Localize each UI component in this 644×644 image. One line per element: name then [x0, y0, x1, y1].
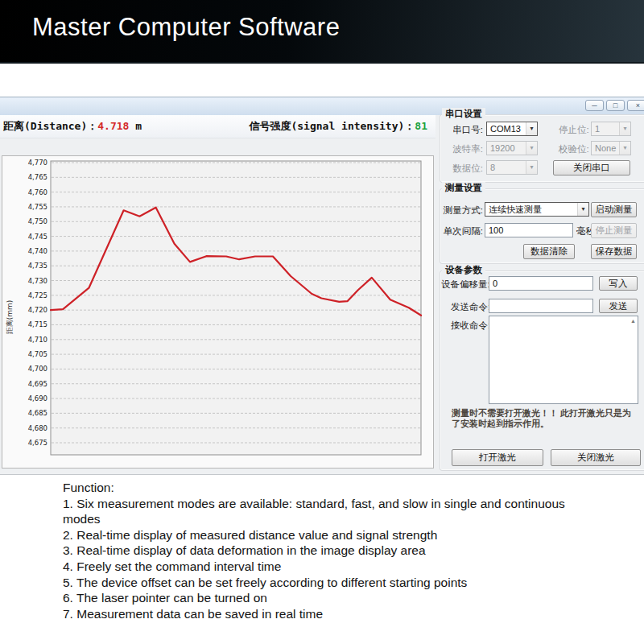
distance-unit: m	[135, 120, 142, 132]
serial-settings-title: 串口设置	[442, 108, 485, 120]
svg-text:4,720: 4,720	[28, 306, 47, 314]
baud-rate-select: 19200 ▾	[486, 141, 538, 155]
function-item: 2. Real-time display of measured distanc…	[63, 527, 604, 543]
minimize-button[interactable]: ─	[585, 100, 604, 111]
svg-text:4,690: 4,690	[28, 394, 47, 402]
page: Master Computer Software ─ □ × 距离(Distan…	[0, 0, 644, 644]
svg-text:4,770: 4,770	[28, 159, 47, 167]
laser-off-button[interactable]: 关闭激光	[551, 449, 641, 466]
svg-text:4,705: 4,705	[28, 350, 47, 358]
svg-text:4,735: 4,735	[28, 262, 47, 270]
svg-text:4,695: 4,695	[28, 380, 47, 388]
svg-text:4,745: 4,745	[28, 233, 47, 241]
chevron-down-icon: ▾	[526, 161, 537, 174]
svg-text:4,685: 4,685	[28, 409, 47, 417]
maximize-icon: □	[613, 101, 617, 109]
parity-bit-value: None	[592, 143, 619, 153]
com-port-label: 串口号:	[448, 124, 483, 136]
interval-label: 单次间隔:	[443, 225, 483, 237]
svg-text:4,710: 4,710	[28, 336, 47, 344]
function-item: 6. The laser pointer can be turned on	[63, 590, 604, 606]
signal-value: 81	[415, 120, 427, 132]
device-offset-input[interactable]	[489, 276, 593, 291]
stop-bit-label: 停止位:	[559, 124, 588, 136]
function-item: 4. Freely set the command interval time	[63, 559, 604, 575]
close-icon: ×	[636, 101, 640, 109]
measure-mode-label: 测量方式:	[443, 204, 483, 217]
function-item: 3. Real-time display of data deformation…	[63, 543, 604, 559]
laser-on-button[interactable]: 打开激光	[452, 449, 543, 466]
measure-mode-value: 连续快速测量	[485, 204, 577, 216]
signal-label: 信号强度(signal intensity)：	[249, 120, 415, 132]
close-button[interactable]: ×	[627, 100, 644, 111]
write-offset-button[interactable]: 写入	[599, 276, 638, 291]
measure-mode-select[interactable]: 连续快速测量 ▾	[485, 202, 589, 217]
device-params-title: 设备参数	[442, 264, 485, 276]
svg-text:4,680: 4,680	[28, 424, 47, 432]
minimize-icon: ─	[592, 101, 597, 109]
distance-line-chart: 4,7704,7654,7604,7554,7504,7454,7404,735…	[2, 156, 433, 468]
receive-command-label: 接收命令:	[451, 320, 486, 332]
svg-text:4,715: 4,715	[28, 320, 47, 328]
stop-bit-select: 1 ▾	[591, 122, 631, 136]
function-heading: Function:	[63, 480, 604, 496]
send-command-label: 发送命令:	[451, 301, 486, 313]
distance-label: 距离(Distance)：	[3, 120, 97, 132]
receive-command-textarea[interactable]: ▲	[489, 316, 638, 404]
stop-measure-button: 停止测量	[591, 223, 637, 238]
parity-bit-label: 校验位:	[559, 143, 588, 155]
function-item: 1. Six measurement modes are available: …	[63, 496, 604, 527]
svg-text:4,730: 4,730	[28, 277, 47, 285]
data-bit-select: 8 ▾	[486, 160, 538, 175]
maximize-button[interactable]: □	[606, 100, 625, 111]
svg-text:4,725: 4,725	[28, 291, 47, 299]
interval-input[interactable]	[485, 223, 573, 237]
chevron-down-icon: ▾	[526, 122, 537, 135]
chevron-down-icon: ▾	[577, 203, 588, 216]
chevron-down-icon: ▾	[619, 122, 630, 135]
svg-text:4,740: 4,740	[28, 247, 47, 255]
scroll-up-icon[interactable]: ▲	[630, 318, 636, 324]
com-port-value: COM13	[487, 124, 526, 134]
distance-readout: 距离(Distance)：4.718 m	[3, 119, 142, 134]
distance-chart-panel: 4,7704,7654,7604,7554,7504,7454,7404,735…	[2, 155, 434, 469]
distance-value: 4.718	[97, 120, 129, 132]
stop-bit-value: 1	[592, 124, 619, 134]
svg-text:4,675: 4,675	[28, 439, 47, 447]
laser-note: 测量时不需要打开激光！！ 此打开激光只是为了安装时起到指示作用。	[452, 408, 640, 429]
chevron-down-icon: ▾	[619, 142, 630, 155]
chevron-down-icon: ▾	[526, 142, 537, 155]
data-bit-value: 8	[487, 163, 526, 172]
svg-text:4,750: 4,750	[28, 217, 47, 225]
svg-text:4,765: 4,765	[28, 173, 47, 181]
com-port-select[interactable]: COM13 ▾	[486, 122, 538, 136]
baud-rate-label: 波特率:	[448, 143, 483, 155]
svg-text:4,760: 4,760	[28, 188, 47, 196]
function-list: Function: 1. Six measurement modes are a…	[63, 480, 604, 621]
svg-text:距离(mm): 距离(mm)	[6, 300, 14, 335]
clear-data-button[interactable]: 数据清除	[523, 244, 575, 259]
start-measure-button[interactable]: 启动测量	[591, 202, 637, 217]
save-data-button[interactable]: 保存数据	[591, 244, 637, 259]
send-command-button[interactable]: 发送	[599, 299, 638, 313]
svg-text:4,755: 4,755	[28, 203, 47, 211]
device-offset-label: 设备偏移量:	[441, 279, 486, 291]
status-row: 距离(Distance)：4.718 m 信号强度(signal intensi…	[0, 115, 436, 138]
send-command-input[interactable]	[489, 299, 593, 313]
close-serial-button[interactable]: 关闭串口	[553, 160, 630, 175]
top-banner: Master Computer Software	[0, 0, 644, 64]
parity-bit-select: None ▾	[591, 141, 631, 155]
window-titlebar: ─ □ ×	[0, 97, 644, 115]
measure-settings-title: 测量设置	[442, 182, 485, 194]
function-item: 5. The device offset can be set freely a…	[63, 575, 604, 591]
function-item: 7. Measurement data can be saved in real…	[63, 606, 604, 622]
svg-text:4,700: 4,700	[28, 365, 47, 373]
app-window: ─ □ × 距离(Distance)：4.718 m 信号强度(signal i…	[0, 97, 644, 475]
baud-rate-value: 19200	[487, 143, 526, 153]
data-bit-label: 数据位:	[448, 163, 483, 175]
banner-title: Master Computer Software	[32, 13, 340, 42]
signal-readout: 信号强度(signal intensity)：81	[249, 119, 427, 134]
